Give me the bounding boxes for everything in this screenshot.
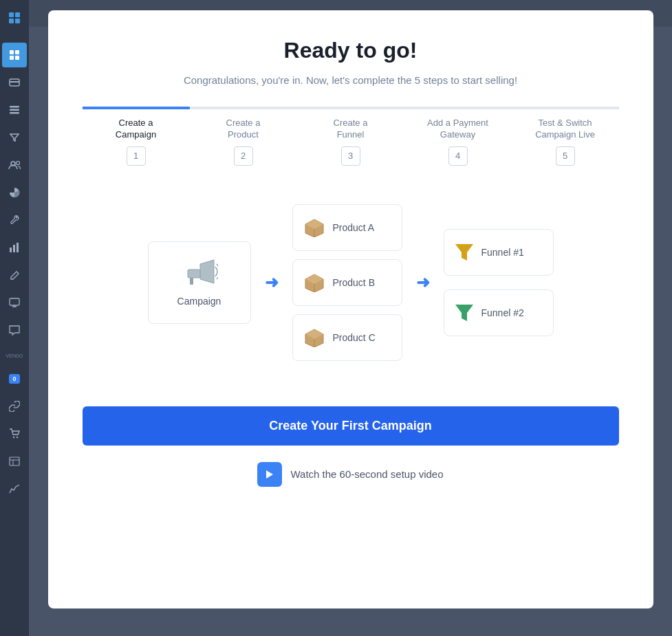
campaign-label: Campaign bbox=[177, 296, 221, 307]
svg-marker-37 bbox=[455, 305, 473, 321]
arrow-1: ➜ bbox=[265, 273, 279, 292]
svg-point-19 bbox=[13, 437, 14, 438]
diagram: Campaign ➜ Product A bbox=[83, 186, 619, 379]
svg-rect-2 bbox=[9, 19, 14, 23]
progress-step-2 bbox=[190, 107, 297, 109]
affiliate-label: VENDO bbox=[6, 353, 23, 358]
video-text: Watch the 60-second setup video bbox=[290, 468, 443, 480]
sidebar-badge: 0 bbox=[9, 374, 19, 384]
modal-title: Ready to go! bbox=[83, 38, 619, 63]
step-item-5[interactable]: Test & SwitchCampaign Live 5 bbox=[512, 118, 619, 166]
svg-rect-7 bbox=[15, 56, 19, 60]
sidebar-item-wrench[interactable] bbox=[2, 208, 27, 232]
svg-rect-9 bbox=[10, 81, 19, 83]
step-item-4[interactable]: Add a PaymentGateway 4 bbox=[404, 118, 512, 166]
product-a-label: Product A bbox=[333, 222, 375, 233]
progress-step-3 bbox=[297, 107, 404, 109]
megaphone-icon bbox=[181, 259, 218, 290]
svg-rect-3 bbox=[15, 19, 20, 23]
svg-marker-24 bbox=[200, 260, 214, 283]
sidebar-item-card[interactable] bbox=[2, 70, 27, 95]
step-5-number: 5 bbox=[556, 146, 575, 166]
funnel-2-label: Funnel #2 bbox=[481, 307, 524, 318]
step-3-number: 3 bbox=[341, 146, 360, 166]
svg-rect-11 bbox=[10, 109, 19, 111]
svg-point-14 bbox=[17, 162, 20, 165]
svg-rect-25 bbox=[188, 270, 200, 278]
svg-rect-18 bbox=[10, 298, 19, 305]
video-link[interactable]: Watch the 60-second setup video bbox=[83, 462, 619, 487]
svg-rect-15 bbox=[10, 248, 12, 252]
arrow-2: ➜ bbox=[416, 273, 430, 292]
sidebar-item-cart[interactable] bbox=[2, 421, 27, 446]
svg-point-20 bbox=[17, 437, 18, 438]
step-1-number: 1 bbox=[127, 146, 146, 166]
funnel-box-2: Funnel #2 bbox=[444, 289, 554, 336]
sidebar-item-list[interactable] bbox=[2, 98, 27, 122]
product-c-label: Product C bbox=[333, 332, 376, 343]
modal-subtitle: Congratulations, you're in. Now, let's c… bbox=[83, 74, 619, 86]
products-column: Product A Product B bbox=[292, 204, 402, 361]
product-b-label: Product B bbox=[333, 277, 375, 288]
progress-step-1 bbox=[83, 107, 190, 109]
progress-step-5 bbox=[512, 107, 619, 109]
step-3-label: Create aFunnel bbox=[334, 118, 368, 141]
svg-rect-4 bbox=[10, 50, 14, 54]
svg-marker-38 bbox=[266, 470, 273, 479]
campaign-box: Campaign bbox=[148, 241, 251, 324]
funnel-box-1: Funnel #1 bbox=[444, 229, 554, 276]
sidebar-icon-logo bbox=[2, 6, 27, 30]
svg-rect-10 bbox=[10, 106, 19, 108]
sidebar-item-badge[interactable]: 0 bbox=[2, 366, 27, 391]
create-campaign-button[interactable]: Create Your First Campaign bbox=[83, 406, 619, 446]
product-icon-a bbox=[304, 218, 325, 237]
modal-overlay: Ready to go! Congratulations, you're in.… bbox=[29, 0, 672, 636]
step-5-label: Test & SwitchCampaign Live bbox=[535, 118, 595, 141]
sidebar-item-filter[interactable] bbox=[2, 125, 27, 150]
sidebar-item-bar-chart[interactable] bbox=[2, 235, 27, 260]
step-item-1[interactable]: Create aCampaign 1 bbox=[83, 118, 190, 166]
svg-rect-1 bbox=[15, 12, 20, 17]
sidebar-item-monitor[interactable] bbox=[2, 290, 27, 315]
funnel-icon-2 bbox=[455, 305, 473, 321]
step-2-number: 2 bbox=[234, 146, 253, 166]
svg-marker-36 bbox=[455, 244, 473, 261]
sidebar-item-chat[interactable] bbox=[2, 318, 27, 342]
svg-rect-6 bbox=[10, 56, 14, 60]
sidebar-item-users[interactable] bbox=[2, 153, 27, 177]
sidebar-item-table[interactable] bbox=[2, 449, 27, 474]
svg-rect-16 bbox=[13, 245, 15, 252]
step-2-label: Create aProduct bbox=[226, 118, 261, 141]
sidebar-item-edit[interactable] bbox=[2, 263, 27, 287]
product-box-a: Product A bbox=[292, 204, 402, 251]
progress-bar bbox=[83, 107, 619, 109]
step-item-3[interactable]: Create aFunnel 3 bbox=[297, 118, 404, 166]
product-box-b: Product B bbox=[292, 259, 402, 306]
sidebar-item-chart-pie[interactable] bbox=[2, 180, 27, 205]
sidebar-item-grid[interactable] bbox=[2, 43, 27, 67]
progress-step-4 bbox=[404, 107, 512, 109]
sidebar-item-graph[interactable] bbox=[2, 476, 27, 501]
funnel-1-label: Funnel #1 bbox=[481, 247, 524, 258]
svg-rect-12 bbox=[10, 112, 19, 114]
step-item-2[interactable]: Create aProduct 2 bbox=[190, 118, 297, 166]
product-icon-b bbox=[304, 273, 325, 292]
play-icon bbox=[266, 470, 273, 479]
svg-rect-5 bbox=[15, 50, 19, 54]
funnels-column: Funnel #1 Funnel #2 bbox=[444, 229, 554, 336]
product-box-c: Product C bbox=[292, 314, 402, 361]
play-button[interactable] bbox=[257, 462, 282, 487]
step-1-label: Create aCampaign bbox=[116, 118, 156, 141]
modal: Ready to go! Congratulations, you're in.… bbox=[48, 10, 653, 608]
step-4-label: Add a PaymentGateway bbox=[427, 118, 488, 141]
product-icon-c bbox=[304, 328, 325, 347]
svg-rect-26 bbox=[190, 278, 193, 285]
sidebar-item-link[interactable] bbox=[2, 394, 27, 419]
funnel-icon-1 bbox=[455, 244, 473, 261]
svg-rect-21 bbox=[10, 457, 19, 465]
steps-row: Create aCampaign 1 Create aProduct 2 Cre… bbox=[83, 118, 619, 166]
svg-rect-17 bbox=[17, 243, 19, 252]
step-4-number: 4 bbox=[448, 146, 468, 166]
svg-rect-0 bbox=[9, 12, 14, 17]
sidebar: VENDO 0 bbox=[0, 0, 29, 636]
